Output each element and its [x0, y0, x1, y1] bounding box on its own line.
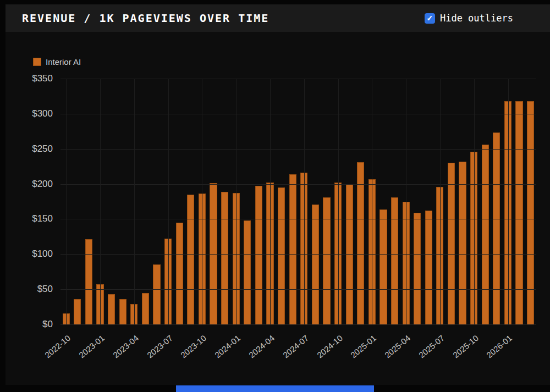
v-gridline — [66, 79, 67, 324]
bar-slot — [310, 79, 321, 324]
hide-outliers-toggle[interactable]: ✓ Hide outliers — [425, 4, 513, 32]
app-window: REVENUE / 1K PAGEVIEWS OVER TIME ✓ Hide … — [0, 0, 550, 392]
bar[interactable] — [85, 239, 92, 324]
bar-slot — [389, 79, 400, 324]
bar-slot — [378, 79, 389, 324]
bar[interactable] — [493, 132, 500, 324]
v-gridline — [304, 79, 305, 324]
v-gridline — [474, 79, 475, 324]
y-tick-label: $250 — [32, 143, 53, 154]
h-gridline — [61, 149, 536, 150]
bar-slot — [151, 79, 163, 324]
bar-slot — [185, 79, 197, 324]
h-gridline — [61, 114, 536, 114]
x-tick-label: 2023-04 — [111, 333, 140, 360]
bar-slot — [276, 79, 287, 324]
x-tick-label: 2025-01 — [349, 333, 378, 360]
x-tick-label: 2023-01 — [77, 333, 106, 360]
bar[interactable] — [255, 186, 262, 324]
bar[interactable] — [244, 220, 251, 324]
y-tick-label: $350 — [32, 73, 53, 84]
panel-header: REVENUE / 1K PAGEVIEWS OVER TIME ✓ Hide … — [6, 4, 550, 32]
bar[interactable] — [448, 163, 455, 324]
legend-swatch-icon — [33, 58, 41, 66]
bar[interactable] — [74, 299, 81, 324]
x-tick-label: 2024-04 — [247, 333, 276, 360]
bar[interactable] — [289, 174, 296, 324]
bar-slot — [72, 79, 84, 324]
bar-slot — [219, 79, 230, 324]
h-gridline — [61, 219, 536, 219]
bar[interactable] — [391, 197, 398, 324]
bar-slot — [83, 79, 95, 324]
legend-item[interactable]: Interior AI — [33, 57, 81, 67]
bar-slot — [253, 79, 265, 324]
bar-slot — [344, 79, 355, 324]
bar[interactable] — [527, 101, 534, 324]
bar-slot — [321, 79, 333, 324]
bar[interactable] — [142, 293, 149, 324]
v-gridline — [338, 79, 339, 324]
bar-slot — [525, 79, 536, 324]
y-axis-labels: $0$50$100$150$200$250$300$350 — [6, 79, 53, 324]
x-tick-label: 2025-04 — [383, 333, 412, 360]
hide-outliers-label: Hide outliers — [440, 13, 513, 24]
h-gridline — [61, 324, 536, 325]
panel-title: REVENUE / 1K PAGEVIEWS OVER TIME — [22, 12, 269, 25]
y-tick-label: $150 — [32, 213, 53, 224]
bar-slot — [491, 79, 503, 324]
x-tick-label: 2024-07 — [281, 333, 310, 360]
bar-slot — [117, 79, 129, 324]
v-gridline — [440, 79, 441, 324]
bar-slot — [242, 79, 254, 324]
hide-outliers-checkbox[interactable]: ✓ — [425, 13, 435, 24]
bar[interactable] — [414, 213, 421, 324]
bar-series — [61, 79, 536, 324]
v-gridline — [508, 79, 509, 324]
v-gridline — [372, 79, 372, 324]
y-tick-label: $100 — [32, 249, 53, 260]
v-gridline — [236, 79, 237, 324]
bar[interactable] — [119, 299, 127, 324]
v-gridline — [100, 79, 101, 324]
h-gridline — [61, 289, 536, 290]
y-tick-label: $200 — [32, 178, 53, 189]
bar[interactable] — [221, 192, 228, 324]
v-gridline — [134, 79, 135, 324]
x-axis-labels: 2022-102023-012023-042023-072023-102024-… — [61, 329, 536, 376]
legend-label: Interior AI — [46, 57, 81, 67]
bar[interactable] — [278, 187, 285, 324]
bar[interactable] — [187, 195, 194, 324]
x-tick-label: 2025-10 — [451, 333, 480, 360]
v-gridline — [168, 79, 169, 324]
x-tick-label: 2024-01 — [213, 333, 242, 360]
bar[interactable] — [323, 197, 330, 324]
v-gridline — [270, 79, 271, 324]
bar[interactable] — [153, 264, 160, 324]
bar-slot — [287, 79, 299, 324]
y-tick-label: $50 — [37, 284, 53, 295]
y-tick-label: $0 — [42, 319, 53, 330]
bar[interactable] — [176, 223, 183, 324]
bar[interactable] — [357, 162, 364, 324]
bar[interactable] — [482, 145, 489, 324]
bottom-accent-bar — [176, 385, 374, 392]
bar-slot — [423, 79, 435, 324]
x-tick-label: 2026-01 — [485, 333, 514, 360]
bar-slot — [514, 79, 525, 324]
checkmark-icon: ✓ — [427, 14, 433, 22]
chart-panel: Interior AI $0$50$100$150$200$250$300$35… — [6, 32, 550, 385]
bar-slot — [208, 79, 219, 324]
bar-slot — [140, 79, 151, 324]
bar[interactable] — [425, 211, 432, 324]
bar-slot — [446, 79, 457, 324]
bar[interactable] — [380, 209, 387, 324]
bar[interactable] — [108, 294, 115, 324]
bar[interactable] — [312, 205, 319, 324]
x-tick-label: 2024-10 — [315, 333, 344, 360]
bar[interactable] — [459, 162, 466, 324]
bar[interactable] — [515, 101, 522, 324]
bar-slot — [457, 79, 469, 324]
h-gridline — [61, 79, 536, 79]
v-gridline — [202, 79, 202, 324]
